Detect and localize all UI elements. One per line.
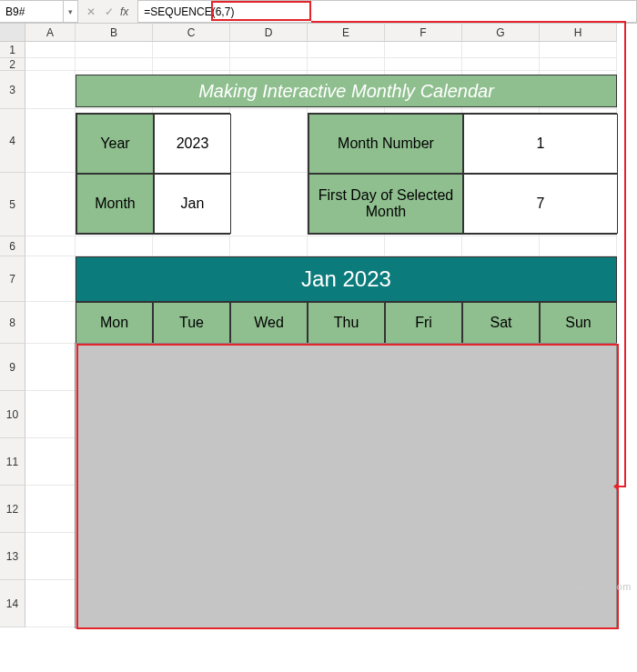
row-header[interactable]: 12 [0, 486, 25, 533]
cell[interactable] [153, 58, 230, 71]
calendar-cell[interactable]: 24 [230, 486, 308, 533]
calendar-cell[interactable]: 27 [462, 486, 540, 533]
cell[interactable] [462, 236, 540, 256]
calendar-cell[interactable]: 16 [153, 438, 230, 486]
formula-bar[interactable]: =SEQUENCE(6,7) [137, 0, 637, 23]
row-header[interactable]: 4 [0, 109, 25, 173]
cell[interactable] [308, 236, 385, 256]
select-all-triangle[interactable] [0, 24, 25, 42]
calendar-cell[interactable]: 11 [308, 391, 385, 438]
calendar-cell[interactable]: 2 [153, 344, 230, 391]
calendar-cell[interactable]: 7 [540, 344, 617, 391]
row-header[interactable]: 13 [0, 533, 25, 580]
cell[interactable] [76, 42, 153, 58]
cell[interactable] [25, 42, 76, 58]
cell[interactable] [25, 391, 76, 438]
cell[interactable] [308, 58, 385, 71]
col-A[interactable]: A [25, 24, 76, 42]
col-B[interactable]: B [76, 24, 153, 42]
cell[interactable] [25, 302, 76, 344]
cell[interactable] [230, 173, 308, 236]
calendar-cell[interactable]: 19 [385, 438, 462, 486]
calendar-cell[interactable]: 33 [385, 533, 462, 580]
calendar-cell[interactable]: 35 [540, 533, 617, 580]
cell[interactable] [25, 533, 76, 580]
calendar-cell[interactable]: 13 [462, 391, 540, 438]
cell[interactable] [230, 109, 308, 173]
year-value[interactable]: 2023 [154, 114, 231, 174]
row-header[interactable]: 11 [0, 438, 25, 486]
row-header[interactable]: 3 [0, 71, 25, 109]
row-header[interactable]: 1 [0, 42, 25, 58]
cell[interactable] [25, 486, 76, 533]
col-H[interactable]: H [540, 24, 617, 42]
calendar-cell[interactable]: 39 [308, 580, 385, 627]
calendar-cell[interactable]: 40 [385, 580, 462, 627]
cell[interactable] [230, 42, 308, 58]
calendar-cell[interactable]: 25 [308, 486, 385, 533]
cell[interactable] [385, 236, 462, 256]
enter-icon[interactable]: ✓ [102, 5, 116, 18]
name-box-dropdown-icon[interactable]: ▾ [64, 0, 78, 23]
row-header[interactable]: 8 [0, 302, 25, 344]
calendar-cell[interactable]: 26 [385, 486, 462, 533]
calendar-cell[interactable]: 21 [540, 438, 617, 486]
calendar-cell[interactable]: 12 [385, 391, 462, 438]
cell[interactable] [308, 42, 385, 58]
col-F[interactable]: F [385, 24, 462, 42]
calendar-cell[interactable]: 36 [76, 580, 153, 627]
cell[interactable] [540, 236, 617, 256]
row-header[interactable]: 6 [0, 236, 25, 256]
calendar-cell[interactable]: 14 [540, 391, 617, 438]
cell[interactable] [25, 71, 76, 109]
cell[interactable] [25, 236, 76, 256]
calendar-cell[interactable]: 3 [230, 344, 308, 391]
calendar-cell[interactable]: 32 [308, 533, 385, 580]
calendar-cell[interactable]: 30 [153, 533, 230, 580]
calendar-cell[interactable]: 28 [540, 486, 617, 533]
cell[interactable] [25, 580, 76, 627]
row-header[interactable]: 7 [0, 256, 25, 302]
calendar-cell[interactable]: 31 [230, 533, 308, 580]
cell[interactable] [462, 58, 540, 71]
cell[interactable] [230, 58, 308, 71]
col-E[interactable]: E [308, 24, 385, 42]
month-value[interactable]: Jan [154, 174, 231, 234]
cell[interactable] [540, 58, 617, 71]
calendar-cell[interactable]: 15 [76, 438, 153, 486]
col-G[interactable]: G [462, 24, 540, 42]
cell[interactable] [25, 344, 76, 391]
name-box[interactable]: B9# [0, 0, 64, 23]
cell[interactable] [153, 236, 230, 256]
cell[interactable] [25, 58, 76, 71]
calendar-cell[interactable]: 37 [153, 580, 230, 627]
cell[interactable] [25, 438, 76, 486]
row-header[interactable]: 5 [0, 173, 25, 236]
calendar-cell[interactable]: 9 [153, 391, 230, 438]
row-header[interactable]: 10 [0, 391, 25, 438]
calendar-cell[interactable]: 23 [153, 486, 230, 533]
cell[interactable] [385, 58, 462, 71]
calendar-cell[interactable]: 5 [385, 344, 462, 391]
calendar-cell[interactable]: 41 [462, 580, 540, 627]
cancel-icon[interactable]: ✕ [84, 5, 98, 18]
cell[interactable] [25, 173, 76, 236]
cell[interactable] [462, 42, 540, 58]
cell[interactable] [76, 236, 153, 256]
cell[interactable] [385, 42, 462, 58]
cell[interactable] [25, 256, 76, 302]
calendar-cell[interactable]: 18 [308, 438, 385, 486]
calendar-cell[interactable]: 6 [462, 344, 540, 391]
calendar-cell[interactable]: 4 [308, 344, 385, 391]
calendar-cell[interactable]: 17 [230, 438, 308, 486]
calendar-body[interactable]: 1234567891011121314151617181920212223242… [76, 344, 617, 627]
fx-icon[interactable]: fx [120, 5, 132, 18]
calendar-cell[interactable]: 1 [76, 344, 153, 391]
cell[interactable] [25, 109, 76, 173]
col-C[interactable]: C [153, 24, 230, 42]
calendar-cell[interactable]: 10 [230, 391, 308, 438]
calendar-cell[interactable]: 8 [76, 391, 153, 438]
row-header[interactable]: 2 [0, 58, 25, 71]
cell[interactable] [540, 42, 617, 58]
row-header[interactable]: 14 [0, 580, 25, 627]
